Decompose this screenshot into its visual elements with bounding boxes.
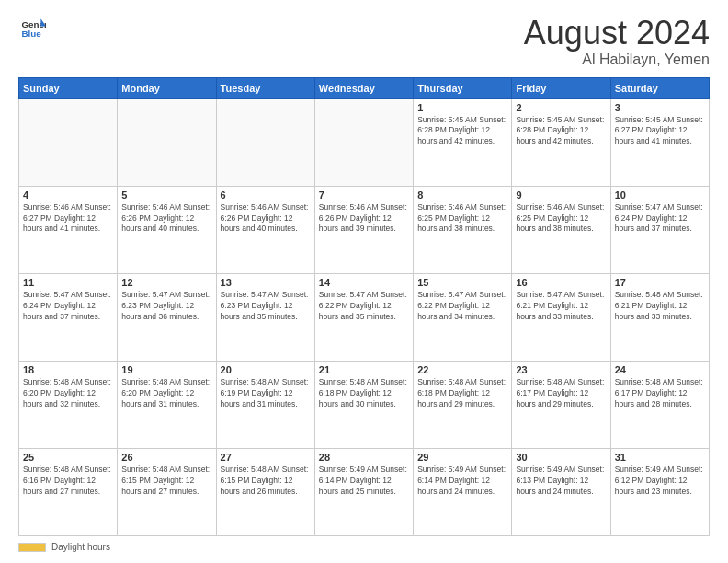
week-row-4: 18Sunrise: 5:48 AM Sunset: 6:20 PM Dayli…	[19, 361, 710, 448]
day-number: 23	[516, 364, 606, 375]
day-number: 17	[615, 277, 705, 288]
day-number: 28	[319, 452, 409, 463]
calendar-cell: 9Sunrise: 5:46 AM Sunset: 6:25 PM Daylig…	[512, 186, 610, 273]
calendar-cell: 2Sunrise: 5:45 AM Sunset: 6:28 PM Daylig…	[512, 98, 610, 186]
day-number: 2	[516, 102, 606, 113]
weekday-header-saturday: Saturday	[610, 77, 709, 98]
calendar-cell: 24Sunrise: 5:48 AM Sunset: 6:17 PM Dayli…	[610, 361, 709, 448]
day-number: 10	[615, 190, 705, 201]
calendar-cell: 15Sunrise: 5:47 AM Sunset: 6:22 PM Dayli…	[414, 273, 512, 361]
day-number: 19	[121, 364, 211, 375]
day-number: 3	[615, 102, 705, 113]
day-info: Sunrise: 5:48 AM Sunset: 6:20 PM Dayligh…	[121, 377, 211, 410]
calendar-cell: 20Sunrise: 5:48 AM Sunset: 6:19 PM Dayli…	[216, 361, 314, 448]
day-number: 4	[23, 190, 113, 201]
day-info: Sunrise: 5:48 AM Sunset: 6:21 PM Dayligh…	[615, 290, 705, 323]
weekday-header-wednesday: Wednesday	[314, 77, 413, 98]
calendar-cell: 12Sunrise: 5:47 AM Sunset: 6:23 PM Dayli…	[118, 273, 216, 361]
day-info: Sunrise: 5:49 AM Sunset: 6:12 PM Dayligh…	[615, 465, 705, 498]
day-info: Sunrise: 5:46 AM Sunset: 6:27 PM Dayligh…	[23, 202, 113, 236]
svg-text:Blue: Blue	[21, 29, 41, 39]
calendar-cell: 16Sunrise: 5:47 AM Sunset: 6:21 PM Dayli…	[512, 273, 610, 361]
day-info: Sunrise: 5:48 AM Sunset: 6:18 PM Dayligh…	[417, 377, 507, 410]
logo-icon: General Blue	[20, 15, 46, 40]
day-info: Sunrise: 5:45 AM Sunset: 6:27 PM Dayligh…	[615, 115, 705, 148]
month-title: August 2024	[524, 15, 710, 52]
day-number: 26	[121, 452, 211, 463]
calendar-cell: 14Sunrise: 5:47 AM Sunset: 6:22 PM Dayli…	[314, 273, 413, 361]
calendar-cell: 7Sunrise: 5:46 AM Sunset: 6:26 PM Daylig…	[314, 186, 413, 273]
day-info: Sunrise: 5:47 AM Sunset: 6:22 PM Dayligh…	[319, 290, 409, 323]
day-info: Sunrise: 5:48 AM Sunset: 6:15 PM Dayligh…	[221, 465, 311, 498]
footer-note: Daylight hours	[18, 542, 710, 552]
day-number: 15	[417, 277, 507, 288]
calendar-cell	[314, 98, 413, 186]
day-number: 29	[417, 452, 507, 463]
day-info: Sunrise: 5:49 AM Sunset: 6:13 PM Dayligh…	[516, 465, 606, 498]
day-number: 31	[615, 452, 705, 463]
calendar-cell: 4Sunrise: 5:46 AM Sunset: 6:27 PM Daylig…	[19, 186, 118, 273]
weekday-header-row: SundayMondayTuesdayWednesdayThursdayFrid…	[19, 77, 710, 98]
location-subtitle: Al Habilayn, Yemen	[524, 52, 710, 68]
day-info: Sunrise: 5:47 AM Sunset: 6:21 PM Dayligh…	[516, 290, 606, 323]
day-info: Sunrise: 5:46 AM Sunset: 6:26 PM Dayligh…	[121, 202, 211, 236]
day-info: Sunrise: 5:45 AM Sunset: 6:28 PM Dayligh…	[417, 115, 507, 148]
day-info: Sunrise: 5:46 AM Sunset: 6:26 PM Dayligh…	[319, 202, 409, 236]
day-number: 12	[121, 277, 211, 288]
week-row-2: 4Sunrise: 5:46 AM Sunset: 6:27 PM Daylig…	[19, 186, 710, 273]
day-info: Sunrise: 5:46 AM Sunset: 6:25 PM Dayligh…	[516, 202, 606, 236]
day-info: Sunrise: 5:48 AM Sunset: 6:18 PM Dayligh…	[319, 377, 409, 410]
weekday-header-thursday: Thursday	[414, 77, 512, 98]
day-info: Sunrise: 5:47 AM Sunset: 6:24 PM Dayligh…	[23, 290, 113, 323]
week-row-1: 1Sunrise: 5:45 AM Sunset: 6:28 PM Daylig…	[19, 98, 710, 186]
header: General Blue August 2024 Al Habilayn, Ye…	[18, 15, 710, 68]
calendar-cell: 27Sunrise: 5:48 AM Sunset: 6:15 PM Dayli…	[216, 448, 314, 535]
daylight-label: Daylight hours	[51, 542, 110, 552]
calendar-cell: 3Sunrise: 5:45 AM Sunset: 6:27 PM Daylig…	[610, 98, 709, 186]
calendar-cell	[216, 98, 314, 186]
calendar-cell: 21Sunrise: 5:48 AM Sunset: 6:18 PM Dayli…	[314, 361, 413, 448]
day-number: 25	[23, 452, 113, 463]
day-info: Sunrise: 5:49 AM Sunset: 6:14 PM Dayligh…	[417, 465, 507, 498]
calendar-cell: 29Sunrise: 5:49 AM Sunset: 6:14 PM Dayli…	[414, 448, 512, 535]
calendar-cell: 26Sunrise: 5:48 AM Sunset: 6:15 PM Dayli…	[118, 448, 216, 535]
calendar-cell	[19, 98, 118, 186]
weekday-header-sunday: Sunday	[19, 77, 118, 98]
day-number: 9	[516, 190, 606, 201]
day-info: Sunrise: 5:47 AM Sunset: 6:23 PM Dayligh…	[121, 290, 211, 323]
daylight-bar-icon	[18, 543, 46, 552]
calendar-cell: 18Sunrise: 5:48 AM Sunset: 6:20 PM Dayli…	[19, 361, 118, 448]
day-number: 1	[417, 102, 507, 113]
day-info: Sunrise: 5:49 AM Sunset: 6:14 PM Dayligh…	[319, 465, 409, 498]
day-info: Sunrise: 5:47 AM Sunset: 6:24 PM Dayligh…	[615, 202, 705, 236]
calendar-cell: 13Sunrise: 5:47 AM Sunset: 6:23 PM Dayli…	[216, 273, 314, 361]
calendar-cell: 30Sunrise: 5:49 AM Sunset: 6:13 PM Dayli…	[512, 448, 610, 535]
calendar-cell: 22Sunrise: 5:48 AM Sunset: 6:18 PM Dayli…	[414, 361, 512, 448]
calendar-cell: 5Sunrise: 5:46 AM Sunset: 6:26 PM Daylig…	[118, 186, 216, 273]
day-number: 14	[319, 277, 409, 288]
day-number: 13	[221, 277, 311, 288]
weekday-header-monday: Monday	[118, 77, 216, 98]
calendar-cell: 25Sunrise: 5:48 AM Sunset: 6:16 PM Dayli…	[19, 448, 118, 535]
day-info: Sunrise: 5:48 AM Sunset: 6:16 PM Dayligh…	[23, 465, 113, 498]
calendar-cell: 1Sunrise: 5:45 AM Sunset: 6:28 PM Daylig…	[414, 98, 512, 186]
day-number: 16	[516, 277, 606, 288]
day-number: 22	[417, 364, 507, 375]
day-info: Sunrise: 5:48 AM Sunset: 6:15 PM Dayligh…	[121, 465, 211, 498]
day-info: Sunrise: 5:46 AM Sunset: 6:26 PM Dayligh…	[221, 202, 311, 236]
calendar-cell: 17Sunrise: 5:48 AM Sunset: 6:21 PM Dayli…	[610, 273, 709, 361]
day-number: 5	[121, 190, 211, 201]
day-info: Sunrise: 5:48 AM Sunset: 6:19 PM Dayligh…	[221, 377, 311, 410]
day-number: 21	[319, 364, 409, 375]
day-info: Sunrise: 5:48 AM Sunset: 6:17 PM Dayligh…	[615, 377, 705, 410]
day-number: 8	[417, 190, 507, 201]
weekday-header-friday: Friday	[512, 77, 610, 98]
calendar-cell: 31Sunrise: 5:49 AM Sunset: 6:12 PM Dayli…	[610, 448, 709, 535]
week-row-3: 11Sunrise: 5:47 AM Sunset: 6:24 PM Dayli…	[19, 273, 710, 361]
day-number: 7	[319, 190, 409, 201]
weekday-header-tuesday: Tuesday	[216, 77, 314, 98]
day-number: 6	[221, 190, 311, 201]
day-info: Sunrise: 5:47 AM Sunset: 6:23 PM Dayligh…	[221, 290, 311, 323]
calendar-cell: 8Sunrise: 5:46 AM Sunset: 6:25 PM Daylig…	[414, 186, 512, 273]
page: General Blue August 2024 Al Habilayn, Ye…	[0, 0, 728, 563]
